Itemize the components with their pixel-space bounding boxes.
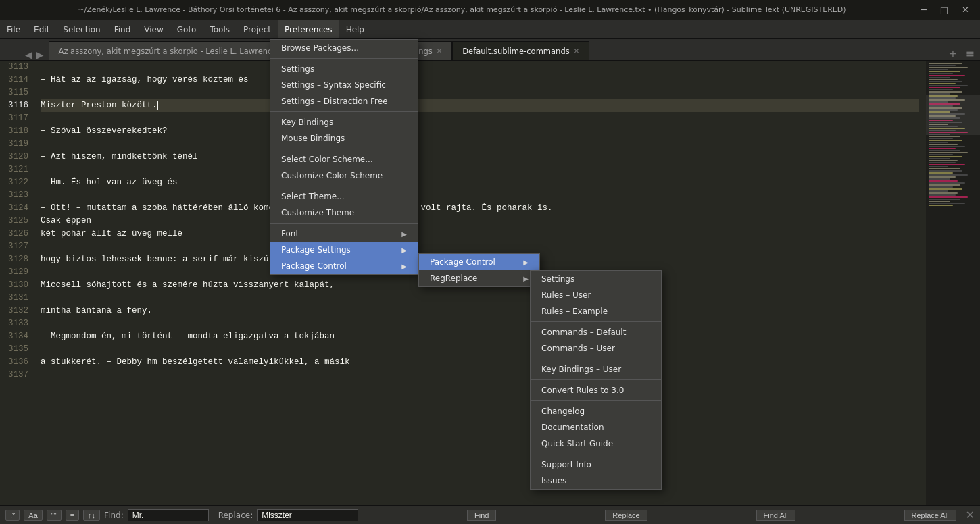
minimap-line	[929, 172, 953, 174]
pc-issues-item[interactable]: Issues	[531, 473, 661, 489]
dir-btn[interactable]: ↑↓	[83, 510, 100, 521]
editor-line	[41, 369, 919, 382]
editor-line: Csak éppen	[41, 215, 919, 228]
minimap-line	[929, 205, 953, 206]
customize-color-scheme-item[interactable]: Customize Color Scheme	[270, 167, 418, 184]
minimap-line	[929, 91, 962, 93]
minimap-line	[929, 75, 965, 76]
divider	[270, 111, 418, 112]
minimap-line	[929, 63, 962, 64]
browse-packages-item[interactable]: Browse Packages...	[270, 40, 418, 56]
case-btn[interactable]: Aa	[24, 510, 42, 521]
tab-prev-icon[interactable]: ◀	[23, 49, 34, 60]
key-bindings-item[interactable]: Key Bindings	[270, 114, 418, 130]
pc-commands-user-item[interactable]: Commands – User	[531, 340, 661, 357]
minimap-line	[929, 156, 962, 157]
pc-rules-example-item[interactable]: Rules – Example	[531, 303, 661, 319]
minimize-btn[interactable]: ─	[917, 5, 931, 15]
pc-quick-start-item[interactable]: Quick Start Guide	[531, 436, 661, 452]
window-controls[interactable]: ─ □ ✕	[917, 5, 973, 15]
pc-support-info-item[interactable]: Support Info	[531, 456, 661, 473]
tab-nav[interactable]: ◀ ▶	[20, 49, 49, 60]
package-control-menu: Settings Rules – User Rules – Example Co…	[530, 270, 662, 490]
minimap-line	[929, 144, 958, 145]
menu-goto[interactable]: Goto	[170, 20, 203, 38]
pc-documentation-item[interactable]: Documentation	[531, 419, 661, 436]
line-num: 3124	[5, 202, 28, 215]
tab-next-icon[interactable]: ▶	[34, 49, 46, 60]
editor-line	[41, 61, 919, 74]
pkg-package-control-item[interactable]: Package Control ▶	[419, 254, 539, 270]
menubar: File Edit Selection Find View Goto Tools…	[0, 20, 980, 39]
minimap-line	[929, 79, 958, 80]
customize-theme-item[interactable]: Customize Theme	[270, 205, 418, 221]
minimap-line	[929, 186, 953, 188]
replace-input[interactable]	[257, 509, 358, 521]
find-button[interactable]: Find	[467, 510, 496, 521]
menu-tools[interactable]: Tools	[203, 20, 237, 38]
maximize-btn[interactable]: □	[936, 5, 952, 15]
menu-selection[interactable]: Selection	[56, 20, 107, 38]
mouse-bindings-item[interactable]: Mouse Bindings	[270, 130, 418, 147]
pc-convert-rules-item[interactable]: Convert Rules to 3.0	[531, 382, 661, 398]
find-bar-close[interactable]: ✕	[966, 508, 975, 521]
close-btn[interactable]: ✕	[958, 5, 973, 15]
tab-commands-close[interactable]: ✕	[574, 47, 579, 55]
pc-rules-user-item[interactable]: Rules – User	[531, 287, 661, 303]
package-control-item[interactable]: Package Control ▶	[270, 258, 418, 274]
tab-commands[interactable]: Default.sublime-commands ✕	[452, 41, 589, 60]
find-input[interactable]	[128, 509, 209, 521]
menu-find[interactable]: Find	[107, 20, 138, 38]
pkg-regreplace-item[interactable]: RegReplace ▶	[419, 270, 539, 286]
pc-key-bindings-user-item[interactable]: Key Bindings – User	[531, 361, 661, 377]
pc-settings-item[interactable]: Settings	[531, 271, 661, 287]
divider	[531, 379, 661, 380]
select-color-scheme-item[interactable]: Select Color Scheme...	[270, 151, 418, 167]
line-num: 3131	[5, 292, 28, 305]
tab-main-file-label: Az asszony, akit megszúrt a skorpio - Le…	[59, 47, 290, 56]
menu-preferences[interactable]: Preferences	[278, 20, 339, 38]
settings-syntax-item[interactable]: Settings – Syntax Specific	[270, 77, 418, 93]
wrap-btn[interactable]: ≡	[66, 510, 79, 521]
select-theme-item[interactable]: Select Theme...	[270, 188, 418, 205]
pc-changelog-item[interactable]: Changelog	[531, 403, 661, 419]
divider	[531, 454, 661, 454]
menu-edit[interactable]: Edit	[27, 20, 56, 38]
menu-file[interactable]: File	[0, 20, 27, 38]
minimap-line	[929, 199, 960, 200]
font-item[interactable]: Font ▶	[270, 226, 418, 242]
settings-item[interactable]: Settings	[270, 61, 418, 77]
editor-line: – Azt hiszem, mindkettőnk ténél	[41, 151, 919, 163]
tab-preferences-close[interactable]: ✕	[437, 47, 442, 55]
line-num: 3116	[5, 99, 28, 112]
find-label: Find:	[104, 510, 124, 520]
editor-line	[41, 343, 919, 356]
settings-distraction-item[interactable]: Settings – Distraction Free	[270, 93, 418, 109]
find-all-button[interactable]: Find All	[756, 510, 795, 521]
line-num: 3125	[5, 215, 28, 228]
regex-btn[interactable]: .*	[5, 510, 20, 521]
list-tabs-icon[interactable]: ≡	[963, 47, 977, 60]
line-num: 3113	[5, 61, 28, 74]
line-num: 3120	[5, 151, 28, 163]
preferences-menu: Browse Packages... Settings Settings – S…	[270, 39, 418, 275]
replace-button[interactable]: Replace	[605, 510, 647, 521]
tab-controls[interactable]: + ≡	[946, 47, 980, 60]
package-settings-menu: Package Control ▶ RegReplace ▶	[418, 253, 540, 287]
replace-all-button[interactable]: Replace All	[904, 510, 956, 521]
divider	[531, 359, 661, 359]
add-tab-icon[interactable]: +	[946, 47, 960, 60]
minimap-line	[929, 73, 953, 74]
editor-line	[41, 240, 919, 253]
replace-label: Replace:	[218, 510, 253, 520]
menu-view[interactable]: View	[137, 20, 170, 38]
line-num: 3130	[5, 279, 28, 292]
line-num: 3119	[5, 138, 28, 151]
editor-line	[41, 138, 919, 151]
menu-project[interactable]: Project	[237, 20, 278, 38]
pc-commands-default-item[interactable]: Commands – Default	[531, 324, 661, 340]
minimap-line	[929, 140, 962, 141]
menu-help[interactable]: Help	[339, 20, 371, 38]
package-settings-item[interactable]: Package Settings ▶	[270, 242, 418, 258]
word-btn[interactable]: ""	[47, 510, 62, 521]
